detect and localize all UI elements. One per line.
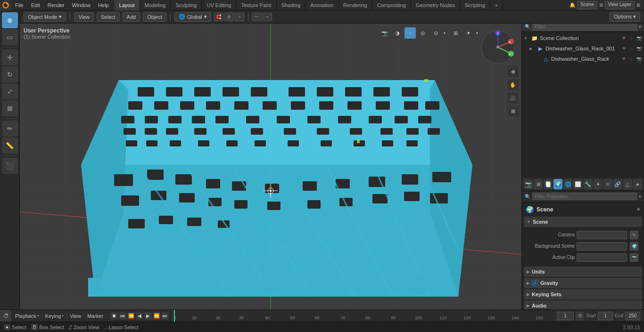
record-btn[interactable]: ⏺	[110, 312, 118, 320]
camera-value[interactable]	[577, 231, 627, 239]
prop-modifier-icon[interactable]: 🔧	[583, 179, 592, 189]
gravity-checkbox[interactable]: ✓	[532, 280, 538, 286]
timeline-mode-btn[interactable]: ⏱	[0, 310, 12, 322]
play-btn[interactable]: ▶	[144, 312, 152, 320]
menu-edit[interactable]: Edit	[27, 1, 44, 9]
reverse-play-btn[interactable]: ◀	[136, 312, 143, 320]
tab-sculpting[interactable]: Sculpting	[171, 0, 202, 10]
prop-view-layer-icon[interactable]: 📑	[544, 179, 553, 189]
header-view-btn[interactable]: View	[74, 12, 94, 22]
options-dropdown[interactable]: Options ▾	[610, 12, 640, 22]
viewport[interactable]: User Perspective (1) Scene Collection 📷 …	[20, 24, 521, 322]
collection-render-icon[interactable]: 📷	[636, 35, 642, 41]
tab-texture-paint[interactable]: Texture Paint	[236, 0, 276, 10]
header-select-btn[interactable]: Select	[97, 12, 120, 22]
next-keyframe-btn[interactable]: ⏩	[153, 312, 160, 320]
tab-add[interactable]: +	[490, 0, 503, 10]
object-mode-dropdown[interactable]: Object Mode ▾	[24, 12, 66, 22]
mesh-visibility-icon[interactable]: 👁	[620, 56, 627, 62]
tab-compositing[interactable]: Compositing	[372, 0, 411, 10]
filter-icon[interactable]: ▾	[639, 24, 641, 29]
properties-search-input[interactable]	[532, 193, 637, 200]
background-scene-value[interactable]	[577, 242, 627, 251]
header-object-btn[interactable]: Object	[143, 12, 166, 22]
mesh-select-icon[interactable]: ○	[628, 56, 635, 62]
tab-rendering[interactable]: Rendering	[339, 0, 372, 10]
active-clip-value[interactable]	[577, 253, 627, 262]
prop-world-icon[interactable]: 🌐	[563, 179, 572, 189]
tab-uv-editing[interactable]: UV Editing	[202, 0, 236, 10]
tool-cursor[interactable]: ⊕	[2, 12, 18, 28]
tool-scale[interactable]: ⤢	[2, 83, 18, 99]
camera-view-btn[interactable]: 🎥	[507, 92, 519, 104]
prop-particle-icon[interactable]: ✦	[594, 179, 603, 189]
gizmo-btn[interactable]: ✦	[462, 27, 474, 39]
snap-magnet-btn[interactable]: 🧲	[214, 13, 223, 21]
menu-render[interactable]: Render	[44, 1, 68, 9]
tool-rotate[interactable]: ↻	[2, 66, 18, 82]
frame-timer-icon[interactable]: ⏱	[576, 312, 584, 320]
tool-transform[interactable]: ⊠	[2, 100, 18, 116]
camera-icon-btn[interactable]: 📷	[379, 27, 390, 39]
rack-visibility-icon[interactable]: 👁	[620, 45, 627, 52]
prop-material-icon[interactable]: ●	[633, 179, 642, 189]
tool-add-cube[interactable]: ⬛	[2, 158, 18, 174]
tool-measure[interactable]: 📏	[2, 138, 18, 154]
outliner-item-rack-001[interactable]: ▶ ▶ Dishwasher_Glass_Rack_001 👁 ○ 📷	[522, 43, 644, 54]
current-frame-input[interactable]	[557, 312, 574, 320]
mesh-render-icon[interactable]: 📷	[636, 56, 642, 62]
rendered-shading-btn[interactable]: ⊙	[430, 27, 441, 39]
rack-select-icon[interactable]: ○	[628, 45, 635, 52]
tool-select-box[interactable]: ▭	[2, 29, 18, 45]
view-layer-selector[interactable]: View Layer	[605, 1, 635, 9]
collection-disable-icon[interactable]: ○	[628, 35, 635, 41]
menu-window[interactable]: Window	[68, 1, 94, 9]
solid-shading-btn[interactable]: ○	[405, 27, 416, 39]
timeline-marker-label[interactable]: Marker	[87, 313, 103, 319]
gravity-section-header[interactable]: ▶ ✓ Gravity	[524, 278, 642, 288]
tab-modeling[interactable]: Modeling	[140, 0, 171, 10]
tab-layout[interactable]: Layout	[115, 0, 140, 10]
tab-geometry-nodes[interactable]: Geometry Nodes	[411, 0, 460, 10]
hand-tool-btn[interactable]: ✋	[507, 79, 519, 90]
prop-render-icon[interactable]: 📷	[524, 179, 533, 189]
tab-animation[interactable]: Animation	[305, 0, 339, 10]
jump-start-btn[interactable]: ⏮	[119, 312, 126, 320]
timeline-view-label[interactable]: View	[70, 313, 81, 319]
gizmo-dropdown-btn[interactable]: ▾	[475, 28, 479, 38]
menu-help[interactable]: Help	[94, 1, 113, 9]
toggle-cursor-btn[interactable]: ⊕	[507, 66, 519, 77]
tab-scripting[interactable]: Scripting	[460, 0, 490, 10]
proportional-btn[interactable]: ⊙	[224, 13, 234, 21]
prop-physics-icon[interactable]: ⚛	[603, 179, 612, 189]
rack-render-icon[interactable]: 📷	[636, 45, 642, 52]
start-frame-input[interactable]	[598, 312, 613, 320]
scene-section-header[interactable]: ▼ Scene	[524, 217, 642, 227]
prop-scene-icon[interactable]: 🌍	[553, 179, 562, 189]
collection-visibility-icon[interactable]: 👁	[620, 35, 627, 41]
active-clip-icon[interactable]: 📷	[630, 253, 638, 262]
units-section-header[interactable]: ▶ Units	[524, 267, 642, 277]
prop-object-data-icon[interactable]: △	[623, 179, 632, 189]
scene-menu-icon[interactable]: ✕	[636, 207, 640, 212]
keying-sets-header[interactable]: ▶ Keying Sets	[524, 289, 642, 300]
jump-end-btn[interactable]: ⏭	[161, 312, 169, 320]
prop-constraint-icon[interactable]: 🔗	[613, 179, 622, 189]
outliner-search-input[interactable]	[532, 23, 637, 31]
menu-file[interactable]: File	[11, 1, 27, 9]
navigation-gizmo[interactable]: X Y Z	[479, 28, 517, 66]
playback-label[interactable]: Playback	[15, 313, 36, 319]
header-add-btn[interactable]: Add	[123, 12, 140, 22]
props-filter-icon[interactable]: ▾	[639, 194, 641, 199]
shading-dropdown-btn[interactable]: ▾	[443, 28, 446, 38]
camera-eyedropper-icon[interactable]: ✎	[630, 231, 638, 239]
curve-btn[interactable]: 〰	[252, 13, 262, 21]
tab-shading[interactable]: Shading	[277, 0, 305, 10]
grid-view-btn[interactable]: ⊞	[507, 105, 519, 117]
keying-label[interactable]: Keying	[45, 313, 61, 319]
prop-object-icon[interactable]: ⬜	[573, 179, 582, 189]
timeline-ruler[interactable]: 1 10 20 30 40 50 60 70 80 90 100 110 120…	[173, 310, 553, 322]
end-frame-input[interactable]	[625, 312, 640, 320]
material-shading-btn[interactable]: ◎	[417, 27, 429, 39]
outliner-item-scene-collection[interactable]: ▼ 📁 Scene Collection 👁 ○ 📷	[522, 33, 644, 43]
